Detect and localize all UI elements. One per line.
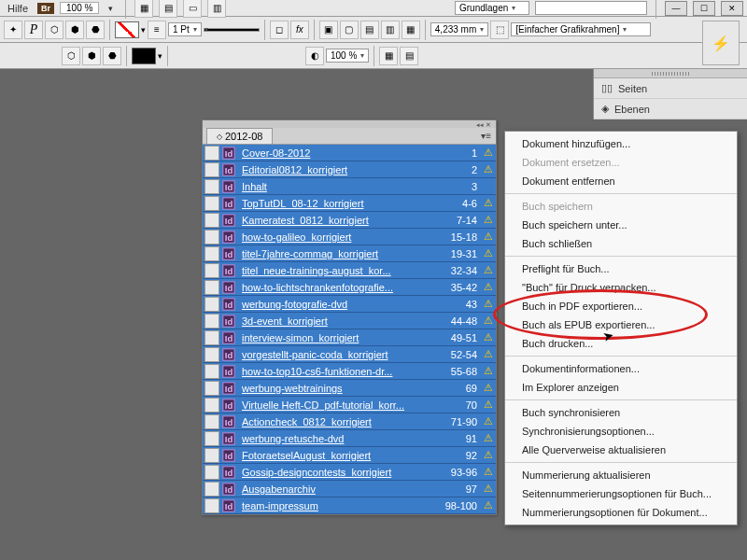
row-checkbox[interactable] (204, 297, 219, 312)
book-document-row[interactable]: IdInhalt3 (203, 178, 496, 195)
row-checkbox[interactable] (204, 196, 219, 211)
menu-preflight[interactable]: Preflight für Buch... (505, 259, 737, 278)
menu-remove-document[interactable]: Dokument entfernen (505, 172, 737, 190)
object-style-selector[interactable]: [Einfacher Grafikrahmen] (511, 22, 651, 36)
row-checkbox[interactable] (204, 213, 219, 228)
arrange-icon[interactable]: ▥ (207, 0, 226, 18)
book-document-row[interactable]: IdVirtuelle Heft-CD_pdf-tutorial_korr...… (203, 397, 496, 413)
quick-apply-icon[interactable]: ⚡ (702, 21, 740, 65)
row-checkbox[interactable] (204, 398, 219, 413)
row-checkbox[interactable] (204, 162, 219, 177)
row-checkbox[interactable] (204, 482, 219, 497)
book-document-row[interactable]: IdFotoraetselAugust_korrigiert92 (203, 447, 496, 464)
tool-icon[interactable]: ✦ (4, 21, 22, 39)
book-document-row[interactable]: Idhow-to-lichtschrankenfotografie...35-4… (203, 279, 496, 296)
tool-icon[interactable]: ⬣ (86, 21, 105, 39)
menu-show-explorer[interactable]: Im Explorer anzeigen (505, 378, 737, 397)
book-document-row[interactable]: IdAusgabenarchiv97 (203, 481, 496, 497)
stroke-weight-input[interactable]: 1 Pt (168, 22, 202, 36)
book-document-row[interactable]: Idvorgestellt-panic-coda_korrigiert52-54 (203, 346, 496, 363)
stroke-style[interactable] (204, 28, 260, 32)
book-document-row[interactable]: Idinterview-simon_korrigiert49-51 (203, 329, 496, 346)
book-document-row[interactable]: Idhow-to-galileo_korrigiert15-18 (203, 229, 496, 245)
tool-icon[interactable]: ⬢ (82, 47, 101, 65)
corner-options-icon[interactable]: ◻ (270, 21, 289, 39)
book-document-row[interactable]: IdTopTutDL_08-12_korrigiert4-6 (203, 195, 496, 212)
tool-icon[interactable]: ⬡ (45, 21, 63, 39)
book-document-row[interactable]: Idwerbung-retusche-dvd91 (203, 430, 496, 447)
menu-add-document[interactable]: Dokument hinzufügen... (505, 134, 737, 153)
tool-icon[interactable]: ⬡ (62, 47, 80, 65)
menu-close-book[interactable]: Buch schließen (505, 234, 737, 253)
opacity-icon[interactable]: ◐ (305, 47, 324, 65)
menu-sync-options[interactable]: Synchronisierungsoptionen... (505, 422, 737, 441)
fill-swatch[interactable] (132, 48, 156, 64)
layers-panel-tab[interactable]: ◈ Ebenen (594, 99, 747, 119)
menu-export-epub[interactable]: Buch als EPUB exportieren... (505, 315, 737, 334)
scale-input[interactable]: 100 % (326, 49, 369, 63)
row-checkbox[interactable] (204, 314, 219, 329)
zoom-level[interactable]: 100 % (60, 2, 99, 14)
tool-icon[interactable]: ⬣ (103, 47, 121, 65)
row-checkbox[interactable] (204, 179, 219, 194)
collapse-icon[interactable]: ◂◂ (476, 121, 484, 127)
paragraph-style-icon[interactable]: P (24, 21, 43, 39)
wrap-icon[interactable]: ▦ (402, 21, 420, 39)
wrap-icon[interactable]: ▥ (381, 21, 400, 39)
row-checkbox[interactable] (204, 498, 219, 513)
book-document-row[interactable]: IdActioncheck_0812_korrigiert71-90 (203, 413, 496, 430)
row-checkbox[interactable] (204, 381, 219, 396)
book-document-row[interactable]: Idwerbung-webtrainings69 (203, 380, 496, 397)
tool-icon[interactable]: ⬢ (65, 21, 84, 39)
menu-update-numbering[interactable]: Nummerierung aktualisieren (505, 466, 737, 484)
book-document-row[interactable]: IdEditorial0812_korrigiert2 (203, 161, 496, 178)
row-checkbox[interactable] (204, 146, 219, 161)
bridge-button[interactable]: Br (37, 3, 54, 14)
menu-doc-numbering-options[interactable]: Nummerierungsoptionen für Dokument... (505, 503, 737, 522)
menu-package[interactable]: "Buch" für Druck verpacken... (505, 278, 737, 297)
menu-sync-book[interactable]: Buch synchronisieren (505, 403, 737, 422)
row-checkbox[interactable] (204, 230, 219, 245)
menu-export-pdf[interactable]: Buch in PDF exportieren... (505, 297, 737, 315)
row-checkbox[interactable] (204, 431, 219, 446)
effects-icon[interactable]: fx (290, 21, 309, 39)
close-icon[interactable]: ✕ (486, 121, 493, 127)
menu-print-book[interactable]: Buch drucken... (505, 334, 737, 353)
wrap-icon[interactable]: ▤ (360, 21, 379, 39)
book-document-row[interactable]: Idtitel-7jahre-commag_korrigiert19-31 (203, 245, 496, 262)
menu-update-xrefs[interactable]: Alle Querverweise aktualisieren (505, 441, 737, 459)
book-document-row[interactable]: Idhow-to-top10-cs6-funktionen-dr...55-68 (203, 363, 496, 380)
help-menu[interactable]: Hilfe (4, 3, 32, 14)
menu-page-numbering-options[interactable]: Seitennummerierungsoptionen für Buch... (505, 484, 737, 503)
book-tab[interactable]: 2012-08 (206, 128, 273, 144)
panel-menu-icon[interactable]: ▾≡ (476, 129, 496, 143)
screen-mode-icon[interactable]: ▭ (183, 0, 202, 18)
window-close-icon[interactable]: ✕ (721, 1, 743, 16)
window-min-icon[interactable]: — (665, 1, 687, 16)
view-mode-icon[interactable]: ▤ (159, 0, 177, 18)
book-document-row[interactable]: IdGossip-designcontests_korrigiert93-96 (203, 464, 496, 481)
book-document-row[interactable]: Id3d-event_korrigiert44-48 (203, 313, 496, 329)
row-checkbox[interactable] (204, 347, 219, 362)
search-field[interactable] (535, 1, 647, 15)
row-checkbox[interactable] (204, 246, 219, 261)
row-checkbox[interactable] (204, 280, 219, 295)
dimension-input[interactable]: 4,233 mm (430, 22, 488, 36)
book-document-row[interactable]: IdCover-08-20121 (203, 145, 496, 161)
book-document-row[interactable]: Idtitel_neue-trainings-august_kor...32-3… (203, 262, 496, 279)
wrap-icon[interactable]: ▣ (319, 21, 338, 39)
window-max-icon[interactable]: ☐ (693, 1, 715, 16)
book-document-row[interactable]: Idwerbung-fotografie-dvd43 (203, 296, 496, 313)
row-checkbox[interactable] (204, 414, 219, 429)
row-checkbox[interactable] (204, 263, 219, 278)
book-document-row[interactable]: IdKameratest_0812_korrigiert7-14 (203, 212, 496, 229)
view-mode-icon[interactable]: ▦ (134, 0, 153, 18)
row-checkbox[interactable] (204, 330, 219, 345)
workspace-selector[interactable]: Grundlagen (455, 1, 529, 15)
align-icon[interactable]: ▦ (379, 47, 398, 65)
wrap-icon[interactable]: ▢ (340, 21, 359, 39)
row-checkbox[interactable] (204, 465, 219, 480)
fit-icon[interactable]: ⬚ (490, 21, 509, 39)
menu-save-book-as[interactable]: Buch speichern unter... (505, 216, 737, 234)
book-document-row[interactable]: Idteam-impressum98-100 (203, 497, 496, 514)
